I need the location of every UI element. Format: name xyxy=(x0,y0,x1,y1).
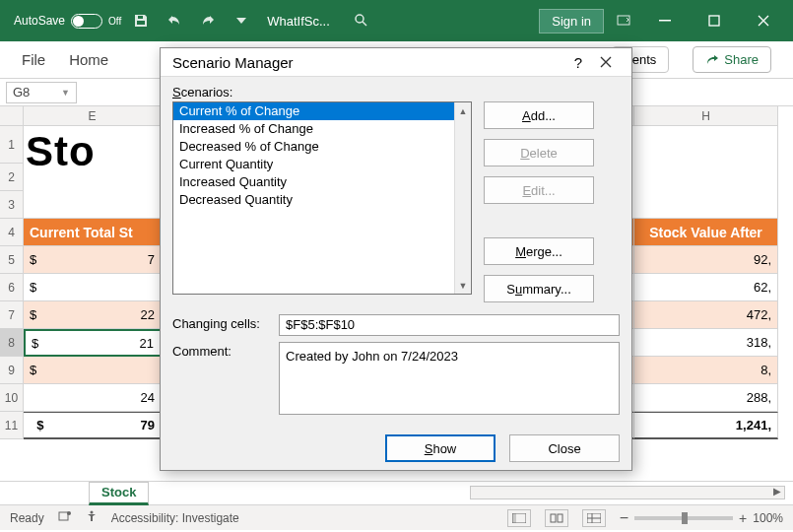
row-header[interactable]: 6 xyxy=(0,274,24,301)
close-button[interactable] xyxy=(742,0,785,41)
cell[interactable]: 92, xyxy=(634,246,778,274)
cell[interactable]: 62, xyxy=(634,274,778,301)
add-button[interactable]: Add... xyxy=(484,101,594,129)
list-item[interactable]: Decreased Quantity xyxy=(173,191,471,209)
list-item[interactable]: Current % of Change xyxy=(173,102,471,120)
cell[interactable] xyxy=(24,191,162,219)
dialog-close-button[interactable] xyxy=(592,48,620,76)
row-header[interactable]: 9 xyxy=(0,357,24,384)
cell-total[interactable]: 1,241, xyxy=(634,412,778,439)
name-box[interactable]: G8 ▼ xyxy=(6,82,77,103)
row-header[interactable]: 11 xyxy=(0,412,24,439)
cell[interactable]: $22 xyxy=(24,301,162,329)
svg-point-6 xyxy=(90,511,93,514)
sheet-tab-stock[interactable]: Stock xyxy=(89,482,149,505)
share-button[interactable]: Share xyxy=(693,46,771,73)
horizontal-scrollbar[interactable] xyxy=(470,486,785,499)
minimize-button[interactable] xyxy=(643,0,687,41)
zoom-out-button[interactable]: − xyxy=(620,509,628,527)
row-header[interactable]: 7 xyxy=(0,301,24,329)
select-all-corner[interactable] xyxy=(0,106,24,126)
summary-button[interactable]: SSummary... xyxy=(484,275,594,302)
scenarios-listbox[interactable]: Current % of Change Increased % of Chang… xyxy=(172,101,472,295)
view-page-break-icon[interactable] xyxy=(582,509,606,527)
row-header[interactable]: 3 xyxy=(0,191,24,219)
autosave-label: AutoSave xyxy=(14,14,65,28)
cell-total[interactable]: $$79 xyxy=(24,412,162,439)
redo-icon[interactable] xyxy=(194,7,222,34)
cell[interactable]: $7 xyxy=(24,246,162,274)
tab-file[interactable]: File xyxy=(22,51,45,68)
autosave-state: Off xyxy=(108,16,121,27)
cell[interactable]: 318, xyxy=(634,329,778,357)
chevron-down-icon: ▼ xyxy=(61,88,70,98)
list-item[interactable]: Current Quantity xyxy=(173,156,471,173)
svg-point-0 xyxy=(356,15,363,23)
zoom-percent[interactable]: 100% xyxy=(753,511,783,525)
row-header[interactable]: 5 xyxy=(0,246,24,274)
col-header-h[interactable]: H xyxy=(634,106,778,126)
view-normal-icon[interactable] xyxy=(507,509,531,527)
save-icon[interactable] xyxy=(127,7,155,34)
cell[interactable]: 24 xyxy=(24,384,162,412)
cell[interactable] xyxy=(634,164,778,191)
close-button-dialog[interactable]: Close xyxy=(509,434,620,462)
tab-home[interactable]: Home xyxy=(69,51,108,68)
row-header[interactable]: 10 xyxy=(0,384,24,412)
search-icon[interactable] xyxy=(348,7,375,34)
dialog-help-button[interactable]: ? xyxy=(564,48,592,76)
row-header[interactable]: 8 xyxy=(0,329,24,357)
ribbon-display-icon[interactable] xyxy=(610,7,637,34)
dialog-body: Scenarios: Current % of Change Increased… xyxy=(161,77,631,425)
status-ready: Ready xyxy=(10,511,44,525)
name-box-value: G8 xyxy=(13,85,30,100)
macro-record-icon[interactable] xyxy=(58,509,72,526)
accessibility-icon[interactable] xyxy=(86,510,98,525)
delete-button[interactable]: Delete xyxy=(484,139,594,166)
window-title: WhatIfSc... xyxy=(267,14,330,29)
scenario-manager-dialog: Scenario Manager ? Scenarios: Current % … xyxy=(160,47,632,471)
status-bar: Ready Accessibility: Investigate − + 100… xyxy=(0,504,793,530)
cell[interactable]: 472, xyxy=(634,301,778,329)
changing-cells-label: Changing cells: xyxy=(172,316,271,334)
column-header-h[interactable]: Stock Value After xyxy=(634,219,778,246)
list-item[interactable]: Decreased % of Change xyxy=(173,138,471,156)
qat-dropdown-icon[interactable] xyxy=(228,7,255,34)
cell[interactable]: 8, xyxy=(634,357,778,384)
sheet-title-fragment: Sto xyxy=(26,128,96,175)
svg-rect-4 xyxy=(59,512,68,520)
cell[interactable]: $21 xyxy=(24,329,162,357)
listbox-scrollbar[interactable]: ▲ ▼ xyxy=(454,102,471,294)
row-header[interactable]: 2 xyxy=(0,164,24,191)
cell[interactable] xyxy=(634,126,778,164)
svg-rect-9 xyxy=(551,514,556,522)
list-item[interactable]: Increased Quantity xyxy=(173,173,471,191)
cell[interactable]: 288, xyxy=(634,384,778,412)
edit-button[interactable]: Edit... xyxy=(484,176,594,204)
cell[interactable]: $ xyxy=(24,357,162,384)
svg-rect-10 xyxy=(558,514,562,522)
autosave-toggle[interactable] xyxy=(71,14,102,29)
signin-button[interactable]: Sign in xyxy=(539,9,604,33)
list-item[interactable]: Increased % of Change xyxy=(173,120,471,138)
zoom-slider[interactable] xyxy=(634,516,733,520)
zoom-in-button[interactable]: + xyxy=(739,510,747,526)
row-header[interactable]: 4 xyxy=(0,219,24,246)
row-header[interactable]: 1 xyxy=(0,126,24,164)
column-header-e[interactable]: Current Total St xyxy=(24,219,162,246)
svg-rect-8 xyxy=(512,513,516,523)
scroll-down-icon[interactable]: ▼ xyxy=(455,277,471,294)
scroll-up-icon[interactable]: ▲ xyxy=(455,102,471,119)
title-bar: AutoSave Off WhatIfSc... Sign in xyxy=(0,0,793,41)
view-page-layout-icon[interactable] xyxy=(545,509,568,527)
zoom-control: − + 100% xyxy=(620,509,783,527)
cell[interactable]: $ xyxy=(24,274,162,301)
share-label: Share xyxy=(724,52,759,67)
accessibility-label[interactable]: Accessibility: Investigate xyxy=(111,511,239,525)
show-button[interactable]: Show xyxy=(385,434,496,462)
merge-button[interactable]: Merge... xyxy=(484,237,594,265)
maximize-button[interactable] xyxy=(693,0,736,41)
undo-icon[interactable] xyxy=(161,7,188,34)
cell[interactable] xyxy=(634,191,778,219)
col-header-e[interactable]: E xyxy=(24,106,162,126)
